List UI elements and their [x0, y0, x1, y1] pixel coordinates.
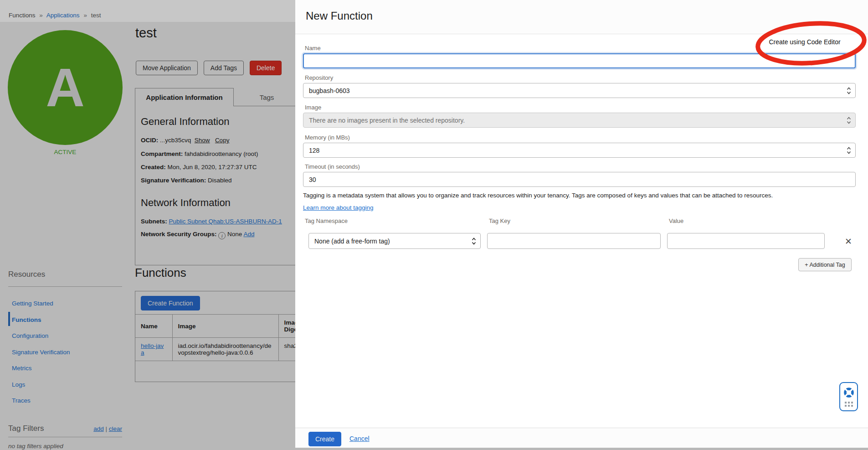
- remove-tag-icon[interactable]: ✕: [845, 236, 852, 247]
- tag-namespace-label: Tag Namespace: [305, 217, 348, 224]
- tagging-description: Tagging is a metadata system that allows…: [303, 192, 857, 199]
- panel-title: New Function: [306, 10, 373, 22]
- tag-key-input[interactable]: [493, 233, 655, 248]
- memory-label: Memory (in MBs): [305, 134, 350, 141]
- memory-select[interactable]: 128: [303, 143, 856, 158]
- learn-more-tagging-link[interactable]: Learn more about tagging: [303, 204, 374, 211]
- select-chevrons-icon: [847, 87, 851, 94]
- repository-label: Repository: [305, 74, 333, 81]
- tag-namespace-select[interactable]: None (add a free-form tag): [308, 233, 481, 249]
- value-field-box: [667, 233, 825, 249]
- timeout-input[interactable]: [309, 172, 850, 186]
- memory-selected-value: 128: [309, 147, 319, 154]
- timeout-label: Timeout (in seconds): [305, 163, 360, 170]
- tag-namespace-selected-value: None (add a free-form tag): [314, 238, 390, 245]
- timeout-field-box: [303, 172, 856, 187]
- panel-footer: Create Cancel: [295, 428, 868, 448]
- select-chevrons-icon: [472, 237, 476, 245]
- name-label: Name: [305, 45, 321, 52]
- name-field-box: [303, 53, 856, 68]
- oci-console: Functions » Applications » test A ACTIVE…: [0, 0, 868, 450]
- create-using-code-editor-link[interactable]: Create using Code Editor: [764, 38, 846, 46]
- repository-selected-value: bugbash-0603: [309, 87, 350, 94]
- drag-dots-icon: [845, 402, 853, 407]
- new-function-panel: New Function Create using Code Editor Na…: [295, 0, 868, 448]
- select-chevrons-icon: [847, 116, 851, 124]
- life-buoy-icon: [843, 387, 855, 398]
- select-chevrons-icon: [847, 146, 851, 154]
- additional-tag-button[interactable]: + Additional Tag: [798, 258, 852, 271]
- name-input[interactable]: [309, 54, 849, 67]
- support-widget-button[interactable]: [839, 382, 858, 411]
- value-label: Value: [669, 217, 683, 224]
- repository-select[interactable]: bugbash-0603: [303, 83, 856, 98]
- panel-header: New Function: [295, 0, 868, 34]
- image-placeholder-text: There are no images present in the selec…: [309, 117, 465, 124]
- tag-key-label: Tag Key: [489, 217, 510, 224]
- cancel-link[interactable]: Cancel: [349, 435, 370, 442]
- image-select: There are no images present in the selec…: [303, 113, 856, 128]
- image-label: Image: [305, 104, 321, 111]
- tag-key-field-box: [487, 233, 661, 249]
- value-input[interactable]: [673, 233, 819, 248]
- create-button[interactable]: Create: [308, 432, 341, 446]
